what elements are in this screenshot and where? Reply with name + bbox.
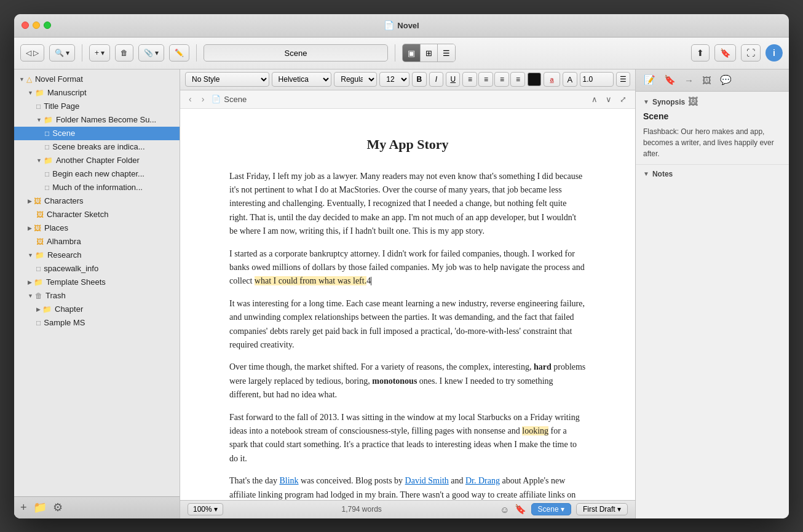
sidebar-item-another-chapter[interactable]: ▼ 📁 Another Chapter Folder xyxy=(14,154,180,167)
sidebar-item-places[interactable]: ▶ 🖼 Places xyxy=(14,221,180,235)
bookmark-icon: 🔖 xyxy=(720,48,730,58)
settings-btn[interactable]: ⚙ xyxy=(53,501,63,514)
align-right-btn[interactable]: ≡ xyxy=(494,72,509,87)
back-forward-btn[interactable]: ◁ ▷ xyxy=(20,44,44,62)
photo-icon[interactable]: 🖼 xyxy=(688,97,698,108)
underline-btn[interactable]: U xyxy=(446,72,460,87)
align-center-btn[interactable]: ≡ xyxy=(478,72,493,87)
search-icon: 🔍 xyxy=(55,49,64,57)
text-cursor xyxy=(371,277,371,285)
sidebar-item-novel-format[interactable]: ▼ △ Novel Format xyxy=(14,73,180,86)
inspector-tab-link[interactable]: → xyxy=(681,73,697,88)
bold-text-2: monotonous xyxy=(372,376,417,386)
david-smith-link[interactable]: David Smith xyxy=(405,476,449,485)
view-buttons: ▣ ⊞ ☰ xyxy=(402,44,456,62)
delete-btn[interactable]: 🗑 xyxy=(115,44,133,62)
app-window: 📄 Novel ◁ ▷ 🔍 ▾ + ▾ 🗑 📎 ▾ ✏️ xyxy=(14,14,789,518)
close-button[interactable] xyxy=(22,22,29,29)
sidebar-item-chapter[interactable]: ▶ 📁 Chapter xyxy=(14,303,180,316)
document-title: My App Story xyxy=(229,133,586,155)
grid-view-icon: ⊞ xyxy=(425,49,432,58)
highlighted-text: what I could from what was left. xyxy=(255,276,366,285)
manuscript-folder-icon: 📁 xyxy=(35,89,44,97)
nav-forward-btn[interactable]: › xyxy=(199,93,207,105)
sidebar-item-begin-each[interactable]: □ Begin each new chapter... xyxy=(14,167,180,181)
sidebar-item-character-sketch[interactable]: 🖼 Character Sketch xyxy=(14,208,180,221)
attach-chevron: ▾ xyxy=(155,49,159,57)
synopsis-section: ▼ Synopsis 🖼 Scene Flashback: Our hero m… xyxy=(636,92,789,165)
add-btn[interactable]: + ▾ xyxy=(89,44,110,62)
sidebar-item-alhambra[interactable]: 🖼 Alhambra xyxy=(14,235,180,248)
view-outline-btn[interactable]: ☰ xyxy=(438,44,455,62)
scene-name-input[interactable] xyxy=(204,44,388,62)
add-folder-btn[interactable]: 📁 xyxy=(33,501,47,514)
sidebar-item-scene-breaks[interactable]: □ Scene breaks are indica... xyxy=(14,140,180,154)
maximize-button[interactable] xyxy=(44,22,51,29)
share-btn[interactable]: ⬆ xyxy=(691,44,710,62)
sidebar-item-sample-ms[interactable]: □ Sample MS xyxy=(14,316,180,330)
research-folder-icon: 📁 xyxy=(35,251,44,260)
chevron-icon: ▼ xyxy=(36,117,42,123)
inspector-tab-notes[interactable]: 📝 xyxy=(641,72,659,88)
outline-view-icon: ☰ xyxy=(443,49,450,58)
sidebar-item-trash[interactable]: ▼ 🗑 Trash xyxy=(14,289,180,303)
inspector-tab-photo[interactable]: 🖼 xyxy=(699,73,714,88)
attach-btn[interactable]: 📎 ▾ xyxy=(138,44,164,62)
font-size-icon-btn[interactable]: A xyxy=(563,72,577,87)
editor-content[interactable]: My App Story Last Friday, I left my job … xyxy=(180,109,635,500)
dr-drang-link[interactable]: Dr. Drang xyxy=(465,476,500,485)
search-chevron: ▾ xyxy=(66,49,69,57)
edit-btn[interactable]: ✏️ xyxy=(169,44,189,62)
sidebar-item-research[interactable]: ▼ 📁 Research xyxy=(14,248,180,262)
sidebar-item-characters[interactable]: ▶ 🖼 Characters xyxy=(14,194,180,208)
sidebar-item-manuscript[interactable]: ▼ 📁 Manuscript xyxy=(14,86,180,100)
add-chevron: ▾ xyxy=(101,49,105,57)
chevron-icon: ▼ xyxy=(19,76,25,82)
bold-text: hard xyxy=(534,362,552,371)
list-btn[interactable]: ☰ xyxy=(616,72,630,87)
add-item-btn[interactable]: + xyxy=(20,501,27,514)
highlighted-text-2: looking xyxy=(522,426,548,435)
sidebar-item-scene[interactable]: □ Scene xyxy=(14,127,180,140)
nav-back-btn[interactable]: ‹ xyxy=(186,93,194,105)
style-select[interactable]: No Style xyxy=(185,72,269,87)
emoji-btn[interactable]: ☺ xyxy=(500,504,509,515)
sidebar-item-much-of[interactable]: □ Much of the information... xyxy=(14,181,180,194)
breadcrumb: 📄 Scene xyxy=(212,95,247,104)
bold-btn[interactable]: B xyxy=(412,72,426,87)
view-grid-btn[interactable]: ⊞ xyxy=(421,44,438,62)
view-single-btn[interactable]: ▣ xyxy=(403,44,421,62)
inspector-tab-bookmark[interactable]: 🔖 xyxy=(661,72,679,88)
inspector-tab-comment[interactable]: 💬 xyxy=(717,72,735,88)
search-btn[interactable]: 🔍 ▾ xyxy=(49,44,75,62)
app-icon: 📄 xyxy=(384,20,394,30)
font-select[interactable]: Helvetica xyxy=(272,72,332,87)
weight-select[interactable]: Regular xyxy=(334,72,377,87)
status-select-btn[interactable]: First Draft ▾ xyxy=(576,503,628,515)
zoom-btn[interactable]: 100% ▾ xyxy=(188,503,223,515)
screen-btn[interactable]: ⛶ xyxy=(741,44,761,62)
sidebar-item-spacewalk[interactable]: □ spacewalk_info xyxy=(14,262,180,276)
highlight-btn[interactable]: a xyxy=(544,72,560,87)
size-select[interactable]: 12 xyxy=(379,72,409,87)
bookmark-btn[interactable]: 🔖 xyxy=(714,44,736,62)
share-icon: ⬆ xyxy=(697,48,704,58)
line-height-input[interactable] xyxy=(580,72,614,87)
align-left-btn[interactable]: ≡ xyxy=(462,72,477,87)
sidebar-item-template-sheets[interactable]: ▶ 📁 Template Sheets xyxy=(14,276,180,289)
nav-up-btn[interactable]: ∧ xyxy=(589,93,600,105)
sidebar-item-folder-names[interactable]: ▼ 📁 Folder Names Become Su... xyxy=(14,113,180,127)
sidebar-footer: + 📁 ⚙ xyxy=(14,496,180,518)
minimize-button[interactable] xyxy=(33,22,40,29)
single-view-icon: ▣ xyxy=(408,49,415,58)
sidebar-item-title-page[interactable]: □ Title Page xyxy=(14,100,180,113)
align-justify-btn[interactable]: ≡ xyxy=(510,72,525,87)
nav-expand-btn[interactable]: ⤢ xyxy=(617,93,629,105)
bookmark-footer-icon[interactable]: 🔖 xyxy=(515,504,526,515)
text-color-btn[interactable] xyxy=(528,73,540,86)
nav-down-btn[interactable]: ∨ xyxy=(603,93,614,105)
info-btn[interactable]: i xyxy=(765,44,783,62)
italic-btn[interactable]: I xyxy=(429,72,443,87)
label-select-btn[interactable]: Scene ▾ xyxy=(531,503,571,515)
blink-link[interactable]: Blink xyxy=(279,476,298,485)
